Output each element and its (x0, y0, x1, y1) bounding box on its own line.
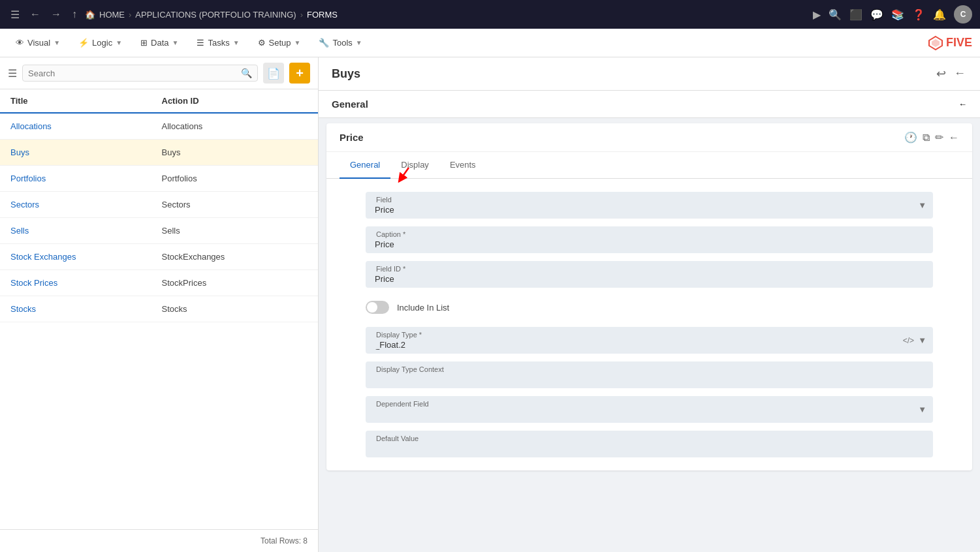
table-row[interactable]: Buys Buys (0, 140, 318, 166)
content-title: Buys (332, 67, 360, 81)
search-icon: 🔍 (241, 68, 252, 78)
top-nav: ☰ ← → ↑ 🏠 HOME › APPLICATIONS (PORTFOLIO… (0, 0, 980, 29)
field-input[interactable] (375, 205, 909, 215)
tools-caret: ▼ (356, 39, 362, 46)
table-row[interactable]: Sells Sells (0, 218, 318, 244)
back-content-icon[interactable]: ↩ (935, 65, 947, 82)
price-label: Price (340, 132, 364, 143)
tasks-icon: ☰ (197, 38, 204, 48)
display-type-label: Display Type * (375, 331, 894, 339)
play-icon[interactable]: ▶ (813, 8, 821, 21)
doc-button[interactable]: 📄 (263, 63, 284, 84)
table-row[interactable]: Allocations Allocations (0, 114, 318, 140)
nav-label-tasks: Tasks (208, 38, 229, 48)
nav-item-tasks[interactable]: ☰ Tasks ▼ (189, 34, 247, 52)
field-label: Field (375, 196, 909, 204)
edit-icon[interactable]: ✏ (935, 131, 943, 144)
nav-label-tools: Tools (332, 38, 352, 48)
row-title: Stocks (10, 304, 157, 314)
search-global-icon[interactable]: 🔍 (829, 8, 842, 21)
nav-item-data[interactable]: ⊞ Data ▼ (133, 34, 186, 52)
help-icon[interactable]: ❓ (912, 8, 925, 21)
col-header-title: Title (10, 96, 157, 106)
table-row[interactable]: Stock Prices StockPrices (0, 270, 318, 296)
nav-item-setup[interactable]: ⚙ Setup ▼ (250, 34, 309, 52)
up-icon[interactable]: ↑ (69, 6, 80, 23)
sidebar-menu-icon[interactable]: ☰ (8, 67, 17, 80)
row-action: Portfolios (157, 174, 308, 183)
visual-caret: ▼ (54, 39, 60, 46)
row-title: Sectors (10, 200, 157, 209)
field-dropdown-icon[interactable]: ▼ (918, 200, 933, 210)
caption-label: Caption * (375, 230, 924, 238)
back-icon[interactable]: ← (27, 6, 43, 23)
search-input[interactable] (28, 69, 241, 78)
caption-field: Caption * (366, 226, 933, 253)
row-action: StockPrices (157, 278, 308, 288)
menu-icon[interactable]: ☰ (8, 6, 22, 23)
default-value-input[interactable] (375, 444, 924, 453)
row-action: Allocations (157, 121, 308, 131)
field-id-input-wrap: Field ID * (366, 261, 933, 288)
table-row[interactable]: Portfolios Portfolios (0, 166, 318, 192)
sidebar-toolbar: ☰ 🔍 📄 + (0, 57, 318, 89)
table-row[interactable]: Stock Exchanges StockExchanges (0, 244, 318, 270)
content-area: Buys ↩ ← General ← Price 🕐 ⧉ ✏ ← (319, 57, 980, 552)
svg-line-2 (401, 168, 409, 179)
table-row[interactable]: Sectors Sectors (0, 192, 318, 218)
general-label: General (332, 99, 368, 110)
chat-icon[interactable]: 💬 (870, 8, 883, 21)
tab-display[interactable]: Display (390, 152, 439, 179)
display-type-context-field: Display Type Context (366, 361, 933, 388)
dependent-field-dropdown-icon[interactable]: ▼ (918, 405, 933, 414)
history-icon[interactable]: 🕐 (904, 131, 917, 144)
row-title: Stock Exchanges (10, 252, 157, 262)
collapse-price-icon[interactable]: ← (949, 132, 959, 144)
tab-events[interactable]: Events (439, 152, 486, 179)
setup-caret: ▼ (294, 39, 301, 46)
tab-general[interactable]: General (340, 152, 390, 179)
caption-input[interactable] (375, 239, 924, 249)
dependent-field-field: Dependent Field ▼ (366, 396, 933, 423)
notification-icon[interactable]: 🔔 (933, 8, 946, 21)
breadcrumb-app[interactable]: APPLICATIONS (PORTFOLIO TRAINING) (135, 10, 296, 20)
visual-icon: 👁 (16, 38, 24, 48)
five-logo-text: FIVE (946, 36, 972, 50)
nav-label-logic: Logic (92, 38, 112, 48)
row-title: Sells (10, 226, 157, 236)
nav-item-tools[interactable]: 🔧 Tools ▼ (311, 34, 370, 52)
table-row[interactable]: Stocks Stocks (0, 296, 318, 322)
data-icon: ⊞ (140, 38, 148, 48)
forward-icon[interactable]: → (48, 6, 64, 23)
breadcrumb-home[interactable]: HOME (99, 10, 125, 20)
collapse-general-icon[interactable]: ← (958, 99, 967, 109)
table-body: Allocations Allocations Buys Buys Portfo… (0, 114, 318, 529)
nav-item-logic[interactable]: ⚡ Logic ▼ (71, 34, 130, 52)
nav-label-setup: Setup (269, 38, 291, 48)
breadcrumb: 🏠 HOME › APPLICATIONS (PORTFOLIO TRAININ… (85, 10, 808, 20)
display-type-context-input-wrap: Display Type Context (366, 361, 933, 388)
row-action: Sells (157, 226, 308, 236)
row-action: StockExchanges (157, 252, 308, 262)
dependent-field-input[interactable] (375, 409, 909, 419)
stop-icon[interactable]: ⬛ (849, 8, 862, 21)
breadcrumb-current[interactable]: FORMS (307, 10, 338, 20)
default-value-input-wrap: Default Value (366, 431, 933, 457)
tasks-caret: ▼ (233, 39, 240, 46)
display-type-input[interactable] (375, 340, 894, 350)
books-icon[interactable]: 📚 (891, 8, 904, 21)
nav-item-visual[interactable]: 👁 Visual ▼ (8, 34, 68, 52)
include-in-list-toggle[interactable] (366, 301, 389, 314)
close-content-icon[interactable]: ← (953, 65, 967, 82)
nav-label-visual: Visual (27, 38, 50, 48)
add-button[interactable]: + (289, 63, 310, 84)
display-type-code-icon[interactable]: </> (903, 336, 918, 345)
row-title: Allocations (10, 121, 157, 131)
display-type-dropdown-icon[interactable]: ▼ (918, 335, 933, 345)
avatar[interactable]: C (954, 5, 972, 23)
copy-icon[interactable]: ⧉ (923, 132, 930, 144)
field-id-input[interactable] (375, 274, 924, 284)
display-type-context-input[interactable] (375, 375, 924, 384)
secondary-nav: 👁 Visual ▼ ⚡ Logic ▼ ⊞ Data ▼ ☰ Tasks ▼ … (0, 29, 980, 57)
content-header-actions: ↩ ← (935, 65, 967, 82)
